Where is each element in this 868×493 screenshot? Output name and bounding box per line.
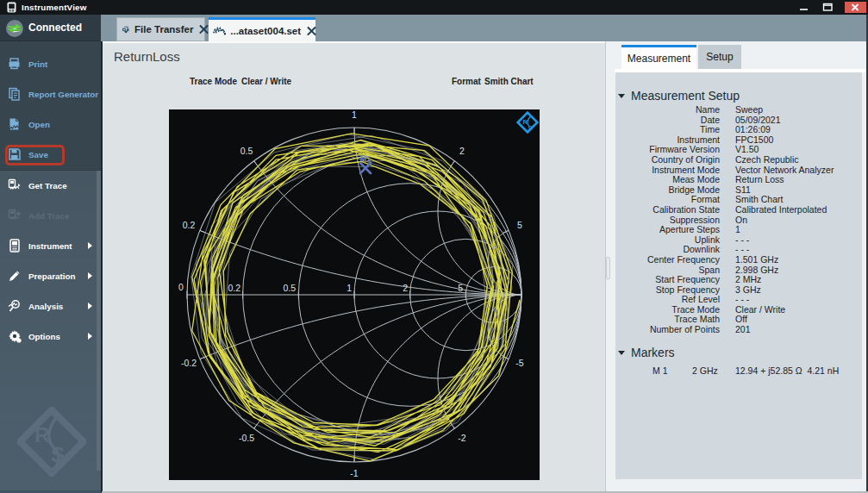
svg-text:0: 0: [178, 282, 184, 292]
svg-text:M1: M1: [360, 154, 372, 163]
svg-text:-1: -1: [350, 468, 358, 478]
svg-text:0.2: 0.2: [183, 220, 196, 230]
svg-text:5: 5: [458, 283, 463, 293]
svg-text:-2: -2: [458, 433, 465, 443]
svg-text:0.5: 0.5: [240, 146, 253, 156]
svg-text:-5: -5: [515, 358, 523, 368]
svg-text:1: 1: [347, 283, 352, 293]
svg-text:5: 5: [517, 220, 522, 230]
svg-text:2: 2: [403, 283, 408, 293]
svg-text:-0.5: -0.5: [239, 433, 254, 443]
svg-text:0.2: 0.2: [228, 283, 240, 293]
svg-text:1: 1: [352, 109, 357, 120]
svg-text:2: 2: [459, 146, 465, 156]
svg-text:0.5: 0.5: [283, 283, 296, 293]
svg-text:-0.2: -0.2: [181, 358, 197, 368]
